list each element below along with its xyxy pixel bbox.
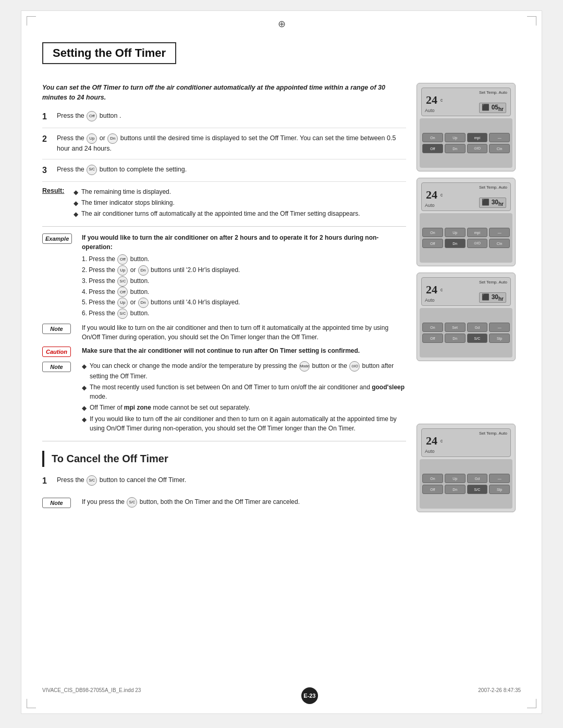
remote-2-temp-unit: c [440,190,443,198]
remote-2-auto: Auto [425,203,435,208]
right-column: Set Temp. Auto 24 c Auto ⬛ 05hr On Up mp… [417,83,521,512]
remote3-btn-set: Set [445,323,466,332]
note2-item-1: ◆ You can check or change the mode and/o… [82,361,406,381]
note1-text: If you would like to turn on the air con… [82,323,406,342]
caution-section: Caution Make sure that the air condition… [42,346,406,357]
step-1: 1 Press the Off button . [42,111,406,128]
section2-title-box: To Cancel the Off Timer [42,451,176,467]
remote-2: Set Temp. Auto 24 c Auto ⬛ 30hr On Up mp… [417,178,516,266]
step-3-content: Press the S/C button to complete the set… [57,165,406,175]
section1-title: Setting the Off Timer [53,46,166,60]
remote4-btn-good: Gd [467,474,488,483]
remote4-btn-off: Off [422,485,443,494]
example-section: Example If you would like to turn the ai… [42,233,406,319]
remote-3-auto: Auto [425,298,435,303]
result-item-3: ◆ The air conditioner turns off automati… [74,209,406,219]
footer-file: VIVACE_CIS_DB98-27055A_IB_E.indd 23 [42,687,141,704]
step-1-content: Press the Off button . [57,111,406,121]
result-items: ◆ The remaining time is displayed. ◆ The… [74,187,406,220]
remote3-btn-down: Dn [445,334,466,343]
note2-content: ◆ You can check or change the mode and/o… [82,361,406,435]
content-area: You can set the Off Timer to turn off th… [42,83,521,512]
note2-label: Note [42,362,71,372]
remote-1-mode-label: Set Temp. Auto [479,90,507,95]
note1-label: Note [42,324,71,334]
ex-step-6: 6. Press the S/C button. [82,308,406,319]
corner-mark-tr [527,16,536,26]
down-button-icon: Dn [107,133,118,144]
remote4-btn-sleep: Slp [489,485,510,494]
remote2-btn-off: Off [422,239,443,248]
ex-dn-btn-2: Dn [138,298,149,308]
remote4-btn-down: Dn [445,485,466,494]
remote3-btn-on: On [422,323,443,332]
ex-step-2: 2. Press the Up or Dn buttons until '2.0… [82,265,406,276]
top-registration-mark: ⊕ [278,18,286,30]
remote3-btn-mode: — [489,323,510,332]
example-steps: 1. Press the Off button. 2. Press the Up… [82,254,406,319]
page: ⊕ Setting the Off Timer You can set the … [21,10,542,714]
cancel-note-content: If you press the S/C button, both the On… [82,497,406,508]
remote-1-temp: 24 [426,93,437,107]
ex-up-btn-2: Up [117,298,128,308]
ex-step-5: 5. Press the Up or Dn buttons until '4.0… [82,297,406,308]
result-item-2-text: The timer indicator stops blinking. [81,198,175,207]
step-2: 2 Press the Up or Dn buttons until the d… [42,133,406,159]
remote-1-buttons: On Up mpi — Off Dn ⊙IO Cln [420,118,512,168]
example-title-bold: If you would like to turn the air condit… [82,234,378,251]
note1-content: If you would like to turn on the air con… [82,323,406,342]
remote-btn-clean: Cln [489,144,510,153]
footer-date: 2007-2-26 8:47:35 [478,687,521,704]
note1-section: Note If you would like to turn on the ai… [42,323,406,342]
result-section: Result: ◆ The remaining time is displaye… [42,187,406,220]
remote3-btn-sc: S/C [467,334,488,343]
cancel-note-text: If you press the S/C button, both the On… [82,497,406,508]
remote3-btn-off: Off [422,334,443,343]
remote-1-timer: ⬛ 05hr [479,103,506,113]
remote-btn-onoff: ⊙IO [467,144,488,153]
note2-bullet-1: ◆ [82,362,87,371]
ex-step-4: 4. Press the Off button. [82,287,406,298]
remote2-btn-mpi: mpi [467,228,488,237]
ex-dn-btn: Dn [138,265,149,276]
remote2-btn-down: Dn [445,239,466,248]
remote4-btn-mode: — [489,474,510,483]
result-label: Result: [42,187,74,220]
remote-2-temp: 24 [426,188,437,202]
section2-title-wrap: To Cancel the Off Timer [42,451,406,467]
page-number-text: E-23 [303,693,315,699]
note2-item-3: ◆ Off Timer of mpi zone mode cannot be s… [82,403,406,413]
remote-4: Set Temp. Auto 24 c Auto On Up Gd — Off … [417,424,516,512]
remote-4-mode-label: Set Temp. Auto [479,431,507,436]
divider-2 [42,441,406,441]
note2-item-3-text: Off Timer of mpi zone mode cannot be set… [90,403,250,412]
cancel-step-1-number: 1 [42,475,54,487]
example-content: If you would like to turn the air condit… [82,233,406,319]
note2-bullet-2: ◆ [82,383,87,392]
onoff-btn-icon: ⊙IO [349,361,360,372]
ex-up-btn: Up [117,265,128,276]
good-sleep-text: good'sleep [372,384,405,391]
mode-btn-icon: Mode [299,361,310,372]
spacer [417,367,521,417]
remote-btn-mode: — [489,133,510,142]
example-title: If you would like to turn the air condit… [82,233,406,252]
off-button-icon: Off [87,111,97,121]
step-2-text: Press the Up or Dn buttons until the des… [57,133,406,154]
note2-item-4: ◆ If you would like to turn off the air … [82,414,406,433]
ex-step-1: 1. Press the Off button. [82,254,406,265]
remote2-btn-onoff: ⊙IO [467,239,488,248]
left-column: You can set the Off Timer to turn off th… [42,83,406,512]
step-3: 3 Press the S/C button to complete the s… [42,165,406,182]
remote2-btn-on: On [422,228,443,237]
remote-4-temp-unit: c [440,436,443,443]
cancel-note-label: Note [42,498,71,508]
cancel-step-1-text: Press the S/C button to cancel the Off T… [57,475,406,486]
step-2-content: Press the Up or Dn buttons until the des… [57,133,406,154]
step-2-number: 2 [42,133,54,145]
up-button-icon: Up [87,133,97,144]
remote-1-screen: Set Temp. Auto 24 c Auto ⬛ 05hr [421,88,511,116]
remote-3-screen: Set Temp. Auto 24 c Auto ⬛ 30hr [421,277,511,306]
remote3-btn-sleep: Slp [489,334,510,343]
result-item-3-text: The air conditioner turns off automatica… [81,209,360,218]
